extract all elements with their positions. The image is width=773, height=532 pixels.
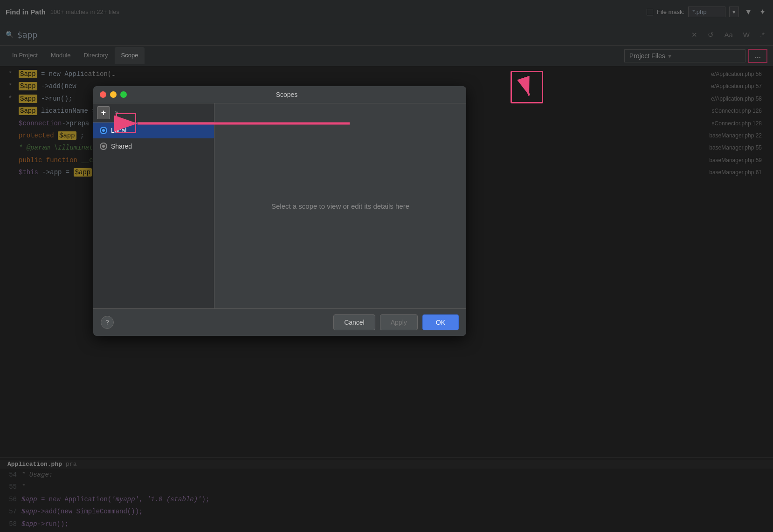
dialog-sidebar: + » Local Shared [93, 103, 214, 308]
shared-scope-icon [100, 143, 107, 150]
ok-button[interactable]: OK [422, 314, 459, 330]
dialog-main: Select a scope to view or edit its detai… [214, 103, 466, 308]
scope-item-local[interactable]: Local [93, 123, 214, 138]
dialog-body: + » Local Shared Select a scope to view … [93, 103, 466, 308]
dialog-footer: ? Cancel Apply OK [93, 308, 466, 336]
scope-menu: Local Shared [93, 123, 214, 308]
scope-more-icon[interactable]: » [112, 108, 121, 118]
cancel-button[interactable]: Cancel [333, 314, 375, 330]
apply-button[interactable]: Apply [380, 314, 418, 330]
add-scope-button[interactable]: + [97, 106, 110, 119]
dialog-title: Scopes [131, 91, 443, 98]
dialog-hint: Select a scope to view or edit its detai… [271, 202, 409, 210]
dialog-titlebar: Scopes [93, 86, 466, 103]
local-scope-icon [100, 127, 107, 134]
shared-scope-label: Shared [111, 143, 132, 150]
sidebar-toolbar: + » [93, 103, 214, 123]
minimize-traffic-light[interactable] [110, 91, 117, 98]
help-button[interactable]: ? [101, 316, 114, 329]
close-traffic-light[interactable] [100, 91, 106, 98]
local-scope-label: Local [111, 127, 126, 134]
scopes-dialog: Scopes + » Local Shared Select a scope t… [93, 86, 466, 336]
maximize-traffic-light[interactable] [120, 91, 127, 98]
scope-item-shared[interactable]: Shared [93, 138, 214, 154]
